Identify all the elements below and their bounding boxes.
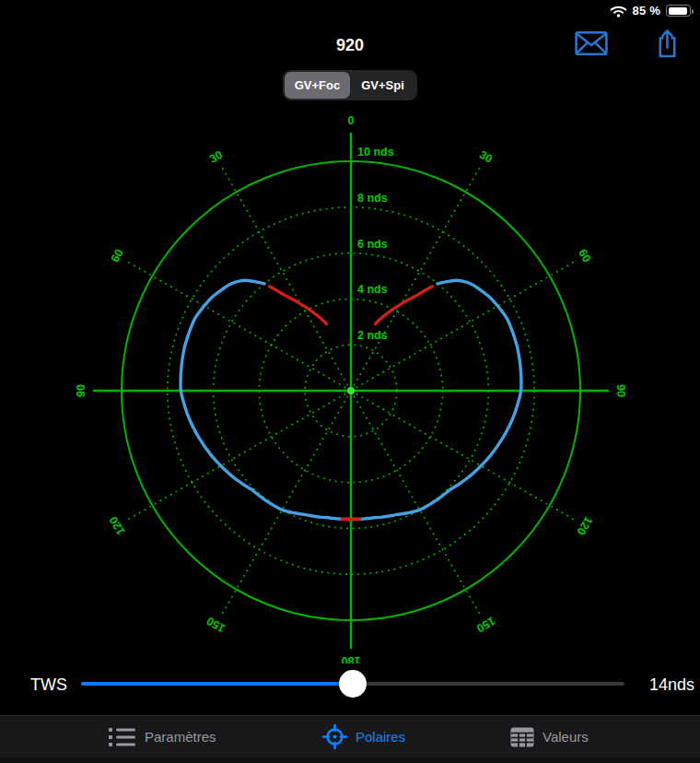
angle-label--30: 30 (207, 148, 225, 166)
battery-icon (666, 5, 691, 17)
tab-bar: Paramètres Polaires Va (0, 715, 700, 757)
tab-polaires[interactable]: Polaires (322, 716, 405, 757)
angle-label--60: 60 (109, 247, 126, 264)
tab-parametres[interactable]: Paramètres (109, 716, 216, 757)
ring-label-2nds: 2 nds (357, 329, 388, 342)
tab-label: Polaires (356, 729, 405, 745)
battery-fill (669, 7, 687, 15)
status-right-cluster: 85 % (610, 4, 691, 18)
tab-valeurs[interactable]: Valeurs (510, 716, 589, 757)
angle-label-120: 120 (574, 514, 595, 537)
status-bar: 85 % (0, 0, 700, 24)
list-icon (109, 727, 136, 747)
ring-label-4nds: 4 nds (357, 283, 388, 296)
boat-speed-polar-GV+Foc-starboard (353, 280, 521, 519)
target-icon (322, 724, 347, 749)
angle-label--150: 150 (204, 614, 228, 635)
envelope-icon (575, 31, 608, 56)
angle-label--90: 90 (75, 384, 88, 397)
angle-ray--120 (128, 391, 351, 520)
angle-ray--150 (222, 391, 351, 614)
battery-percentage: 85 % (633, 4, 660, 18)
vmg-upwind-segment-port (270, 287, 327, 324)
tws-label: TWS (30, 675, 67, 695)
sail-config-segmented-control: GV+Foc GV+Spi (283, 70, 417, 100)
polar-chart-area: 2 nds4 nds6 nds8 nds10 nds03030606090901… (0, 100, 700, 663)
chart-center-dot (347, 387, 355, 394)
boat-speed-polar-GV+Foc-port (181, 280, 349, 519)
angle-ray-150 (351, 391, 480, 614)
angle-label--120: 120 (107, 514, 128, 537)
nav-bar: 920 (0, 24, 700, 66)
ring-label-10nds: 10 nds (357, 146, 394, 158)
wifi-icon (610, 5, 627, 18)
angle-label-90: 90 (614, 384, 627, 397)
app-screen: 85 % 920 GV+Foc GV+Spi 2 (0, 0, 700, 763)
angle-label-150: 150 (474, 614, 497, 635)
angle-label-30: 30 (477, 148, 495, 166)
share-button[interactable] (656, 29, 679, 62)
angle-ray-120 (351, 391, 574, 520)
battery-cap (692, 9, 694, 14)
polar-diagram: 2 nds4 nds6 nds8 nds10 nds03030606090901… (0, 100, 700, 663)
tws-slider-fill (81, 682, 353, 686)
tws-value: 14nds (649, 675, 694, 695)
tab-label: Valeurs (542, 729, 589, 745)
page-title: 920 (336, 36, 364, 55)
share-icon (656, 29, 679, 58)
segment-gv-spi[interactable]: GV+Spi (350, 72, 415, 99)
ring-label-8nds: 8 nds (357, 192, 388, 205)
table-icon (510, 727, 534, 747)
tab-label: Paramètres (145, 729, 216, 745)
tws-slider-row: TWS 14nds (0, 658, 700, 711)
mail-button[interactable] (575, 31, 608, 60)
angle-ray--30 (222, 168, 351, 391)
bottom-edge-strip (0, 757, 700, 763)
angle-label-0: 0 (348, 114, 355, 127)
angle-label-60: 60 (576, 247, 593, 264)
segment-gv-foc[interactable]: GV+Foc (285, 72, 350, 99)
ring-label-6nds: 6 nds (357, 238, 388, 251)
tws-slider-knob[interactable] (339, 670, 367, 698)
